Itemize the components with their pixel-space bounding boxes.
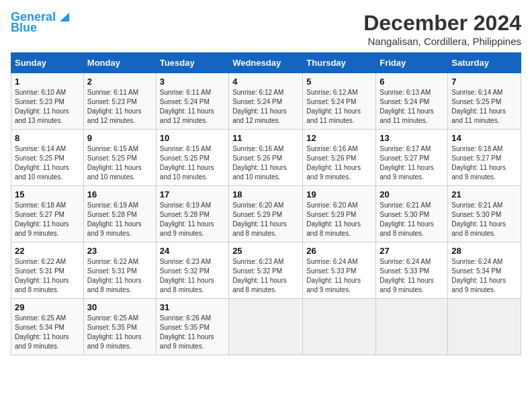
header-cell-saturday: Saturday (448, 53, 521, 73)
day-info: Sunrise: 6:13 AM Sunset: 5:24 PM Dayligh… (380, 88, 444, 126)
day-cell: 15Sunrise: 6:18 AM Sunset: 5:27 PM Dayli… (11, 186, 84, 242)
day-info: Sunrise: 6:19 AM Sunset: 5:28 PM Dayligh… (160, 201, 225, 238)
day-cell (376, 299, 448, 355)
day-number: 15 (15, 189, 80, 199)
day-cell: 11Sunrise: 6:16 AM Sunset: 5:26 PM Dayli… (229, 130, 303, 186)
day-cell: 6Sunrise: 6:13 AM Sunset: 5:24 PM Daylig… (376, 73, 448, 130)
day-number: 10 (160, 133, 225, 143)
day-info: Sunrise: 6:14 AM Sunset: 5:25 PM Dayligh… (451, 88, 517, 126)
day-cell: 2Sunrise: 6:11 AM Sunset: 5:23 PM Daylig… (83, 73, 156, 130)
day-cell: 12Sunrise: 6:16 AM Sunset: 5:26 PM Dayli… (303, 130, 376, 186)
day-number: 12 (306, 133, 372, 143)
day-cell: 18Sunrise: 6:20 AM Sunset: 5:29 PM Dayli… (229, 186, 303, 242)
calendar-table: SundayMondayTuesdayWednesdayThursdayFrid… (11, 52, 521, 355)
header-cell-monday: Monday (83, 53, 156, 73)
svg-marker-0 (60, 13, 69, 21)
day-cell: 27Sunrise: 6:24 AM Sunset: 5:33 PM Dayli… (376, 242, 448, 299)
day-cell: 16Sunrise: 6:19 AM Sunset: 5:28 PM Dayli… (83, 186, 156, 242)
day-info: Sunrise: 6:19 AM Sunset: 5:28 PM Dayligh… (87, 201, 152, 238)
header-cell-thursday: Thursday (303, 53, 376, 73)
location: Nangalisan, Cordillera, Philippines (363, 36, 521, 47)
day-cell: 28Sunrise: 6:24 AM Sunset: 5:34 PM Dayli… (448, 242, 521, 299)
day-info: Sunrise: 6:15 AM Sunset: 5:25 PM Dayligh… (87, 144, 152, 182)
day-info: Sunrise: 6:24 AM Sunset: 5:33 PM Dayligh… (380, 257, 444, 295)
day-info: Sunrise: 6:16 AM Sunset: 5:26 PM Dayligh… (306, 144, 372, 182)
day-cell: 8Sunrise: 6:14 AM Sunset: 5:25 PM Daylig… (11, 130, 84, 186)
day-number: 7 (451, 77, 517, 87)
day-cell: 31Sunrise: 6:26 AM Sunset: 5:35 PM Dayli… (156, 299, 228, 355)
day-info: Sunrise: 6:25 AM Sunset: 5:34 PM Dayligh… (15, 314, 80, 351)
day-cell: 22Sunrise: 6:22 AM Sunset: 5:31 PM Dayli… (11, 242, 84, 299)
day-number: 17 (160, 189, 225, 199)
day-number: 3 (160, 77, 225, 87)
day-info: Sunrise: 6:22 AM Sunset: 5:31 PM Dayligh… (15, 257, 80, 295)
day-info: Sunrise: 6:23 AM Sunset: 5:32 PM Dayligh… (232, 257, 299, 295)
day-number: 20 (380, 189, 444, 199)
day-cell: 4Sunrise: 6:12 AM Sunset: 5:24 PM Daylig… (229, 73, 303, 130)
day-number: 18 (232, 189, 299, 199)
day-info: Sunrise: 6:11 AM Sunset: 5:23 PM Dayligh… (87, 88, 152, 126)
title-block: December 2024 Nangalisan, Cordillera, Ph… (363, 11, 521, 47)
day-number: 5 (306, 77, 372, 87)
day-info: Sunrise: 6:20 AM Sunset: 5:29 PM Dayligh… (306, 201, 372, 238)
day-number: 6 (380, 77, 444, 87)
day-cell: 19Sunrise: 6:20 AM Sunset: 5:29 PM Dayli… (303, 186, 376, 242)
day-cell (229, 299, 303, 355)
week-row-1: 1Sunrise: 6:10 AM Sunset: 5:23 PM Daylig… (11, 73, 521, 130)
day-cell: 17Sunrise: 6:19 AM Sunset: 5:28 PM Dayli… (156, 186, 228, 242)
day-number: 28 (451, 246, 517, 256)
day-number: 24 (160, 246, 225, 256)
day-info: Sunrise: 6:21 AM Sunset: 5:30 PM Dayligh… (451, 201, 517, 238)
day-number: 14 (451, 133, 517, 143)
day-number: 25 (232, 246, 299, 256)
week-row-4: 22Sunrise: 6:22 AM Sunset: 5:31 PM Dayli… (11, 242, 521, 299)
day-number: 2 (87, 77, 152, 87)
day-number: 16 (87, 189, 152, 199)
day-info: Sunrise: 6:24 AM Sunset: 5:33 PM Dayligh… (306, 257, 372, 295)
day-info: Sunrise: 6:18 AM Sunset: 5:27 PM Dayligh… (15, 201, 80, 238)
page-header: General Blue December 2024 Nangalisan, C… (11, 11, 521, 47)
logo-subtext: Blue (11, 21, 37, 35)
day-cell: 23Sunrise: 6:22 AM Sunset: 5:31 PM Dayli… (83, 242, 156, 299)
day-cell: 5Sunrise: 6:12 AM Sunset: 5:24 PM Daylig… (303, 73, 376, 130)
day-info: Sunrise: 6:21 AM Sunset: 5:30 PM Dayligh… (380, 201, 444, 238)
day-cell (448, 299, 521, 355)
day-info: Sunrise: 6:26 AM Sunset: 5:35 PM Dayligh… (160, 314, 225, 351)
day-number: 21 (451, 189, 517, 199)
header-row: SundayMondayTuesdayWednesdayThursdayFrid… (11, 53, 521, 73)
day-number: 1 (15, 77, 80, 87)
header-cell-tuesday: Tuesday (156, 53, 228, 73)
day-number: 19 (306, 189, 372, 199)
header-cell-sunday: Sunday (11, 53, 84, 73)
day-number: 30 (87, 302, 152, 312)
logo: General Blue (11, 11, 72, 35)
day-number: 9 (87, 133, 152, 143)
day-number: 11 (232, 133, 299, 143)
day-cell: 3Sunrise: 6:11 AM Sunset: 5:24 PM Daylig… (156, 73, 228, 130)
header-cell-friday: Friday (376, 53, 448, 73)
day-cell (303, 299, 376, 355)
day-number: 4 (232, 77, 299, 87)
day-cell: 1Sunrise: 6:10 AM Sunset: 5:23 PM Daylig… (11, 73, 84, 130)
day-cell: 13Sunrise: 6:17 AM Sunset: 5:27 PM Dayli… (376, 130, 448, 186)
day-info: Sunrise: 6:16 AM Sunset: 5:26 PM Dayligh… (232, 144, 299, 182)
day-number: 8 (15, 133, 80, 143)
day-cell: 7Sunrise: 6:14 AM Sunset: 5:25 PM Daylig… (448, 73, 521, 130)
day-number: 31 (160, 302, 225, 312)
day-info: Sunrise: 6:17 AM Sunset: 5:27 PM Dayligh… (380, 144, 444, 182)
day-info: Sunrise: 6:14 AM Sunset: 5:25 PM Dayligh… (15, 144, 80, 182)
header-cell-wednesday: Wednesday (229, 53, 303, 73)
day-cell: 10Sunrise: 6:15 AM Sunset: 5:25 PM Dayli… (156, 130, 228, 186)
day-info: Sunrise: 6:10 AM Sunset: 5:23 PM Dayligh… (15, 88, 80, 126)
day-info: Sunrise: 6:24 AM Sunset: 5:34 PM Dayligh… (451, 257, 517, 295)
week-row-3: 15Sunrise: 6:18 AM Sunset: 5:27 PM Dayli… (11, 186, 521, 242)
day-cell: 21Sunrise: 6:21 AM Sunset: 5:30 PM Dayli… (448, 186, 521, 242)
day-cell: 14Sunrise: 6:18 AM Sunset: 5:27 PM Dayli… (448, 130, 521, 186)
day-cell: 29Sunrise: 6:25 AM Sunset: 5:34 PM Dayli… (11, 299, 84, 355)
day-number: 26 (306, 246, 372, 256)
day-info: Sunrise: 6:25 AM Sunset: 5:35 PM Dayligh… (87, 314, 152, 351)
week-row-2: 8Sunrise: 6:14 AM Sunset: 5:25 PM Daylig… (11, 130, 521, 186)
day-info: Sunrise: 6:12 AM Sunset: 5:24 PM Dayligh… (306, 88, 372, 126)
day-number: 23 (87, 246, 152, 256)
week-row-5: 29Sunrise: 6:25 AM Sunset: 5:34 PM Dayli… (11, 299, 521, 355)
